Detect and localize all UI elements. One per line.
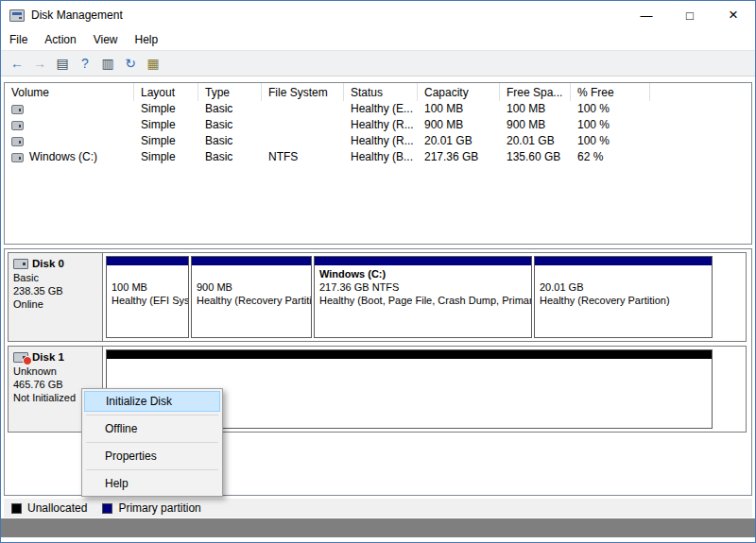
- partition-status: Healthy (EFI System Partition): [112, 294, 188, 307]
- partition-block[interactable]: 20.01 GB Healthy (Recovery Partition): [534, 256, 713, 338]
- partition-title: [540, 267, 712, 280]
- cell-capacity: 100 MB: [418, 101, 500, 117]
- volume-row[interactable]: Simple Basic Healthy (E... 100 MB 100 MB…: [5, 101, 751, 117]
- cell-layout: Simple: [134, 101, 198, 117]
- partition-size: 900 MB: [197, 280, 311, 294]
- legend-bar: Unallocated Primary partition: [4, 499, 752, 518]
- partition-block-windows-c[interactable]: Windows (C:) 217.36 GB NTFS Healthy (Boo…: [314, 256, 532, 338]
- unallocated-legend-label: Unallocated: [27, 501, 87, 515]
- partition-color-band: [315, 257, 531, 265]
- cell-status: Healthy (E...: [344, 101, 418, 117]
- cell-type: Basic: [198, 149, 262, 165]
- maximize-button[interactable]: □: [668, 1, 712, 29]
- menu-action[interactable]: Action: [36, 30, 84, 49]
- context-menu: Initialize Disk Offline Properties Help: [81, 388, 223, 497]
- partition-size: 100 MB: [112, 280, 188, 294]
- context-menu-item-initialize-disk[interactable]: Initialize Disk: [84, 391, 220, 412]
- volume-icon: [11, 105, 24, 114]
- show-console-tree-icon[interactable]: ▤: [52, 54, 73, 73]
- disk-size: 238.35 GB: [13, 284, 97, 297]
- partition-color-band: [107, 257, 188, 265]
- disk-status: Online: [13, 297, 97, 311]
- cell-free-space: 100 MB: [500, 101, 571, 117]
- column-header-filler: [650, 83, 751, 101]
- cell-pct-free: 100 %: [571, 117, 650, 133]
- disk-type: Basic: [13, 271, 97, 284]
- partition-color-band: [192, 257, 311, 265]
- cell-file-system: [262, 133, 344, 149]
- disk-error-icon: [13, 352, 28, 363]
- cell-layout: Simple: [134, 117, 198, 133]
- partition-status: Healthy (Boot, Page File, Crash Dump, Pr…: [319, 294, 531, 307]
- cell-file-system: NTFS: [262, 149, 344, 165]
- partition-size: 20.01 GB: [540, 280, 712, 294]
- column-header-status[interactable]: Status: [344, 83, 418, 101]
- column-header-type[interactable]: Type: [198, 83, 262, 101]
- cell-layout: Simple: [134, 133, 198, 149]
- column-header-pct-free[interactable]: % Free: [571, 83, 650, 101]
- cell-type: Basic: [198, 101, 262, 117]
- disk-type: Unknown: [13, 365, 97, 378]
- disk0-row: Disk 0 Basic 238.35 GB Online 100 MB Hea…: [8, 252, 747, 342]
- disk-management-window: Disk Management — □ × File Action View H…: [0, 0, 756, 543]
- unallocated-color-band: [107, 350, 712, 359]
- primary-partition-legend-swatch: [102, 503, 112, 514]
- partition-status: Healthy (Recovery Partition): [540, 294, 712, 307]
- disk-name: Disk 0: [32, 257, 64, 270]
- menu-separator: [86, 415, 218, 416]
- cell-capacity: 217.36 GB: [418, 149, 500, 165]
- volume-row[interactable]: Windows (C:) Simple Basic NTFS Healthy (…: [5, 149, 751, 165]
- context-menu-item-offline[interactable]: Offline: [84, 418, 220, 439]
- partition-block[interactable]: 900 MB Healthy (Recovery Partition): [191, 256, 312, 338]
- show-action-pane-icon[interactable]: ▥: [97, 54, 118, 73]
- cell-file-system: [262, 117, 344, 133]
- volume-row[interactable]: Simple Basic Healthy (R... 900 MB 900 MB…: [5, 117, 751, 133]
- volume-icon: [11, 137, 24, 146]
- refresh-icon[interactable]: ↻: [120, 54, 141, 73]
- help-icon[interactable]: ?: [75, 54, 95, 73]
- menu-separator: [86, 442, 218, 443]
- menu-help[interactable]: Help: [127, 30, 167, 49]
- volume-list-header: Volume Layout Type File System Status Ca…: [5, 83, 751, 101]
- partition-title: [112, 267, 188, 280]
- forward-icon[interactable]: →: [29, 54, 50, 73]
- title-bar: Disk Management — □ ×: [1, 1, 755, 29]
- cell-capacity: 900 MB: [418, 117, 500, 133]
- column-header-volume[interactable]: Volume: [5, 83, 134, 101]
- window-title: Disk Management: [31, 8, 123, 22]
- column-header-free-space[interactable]: Free Spa...: [500, 83, 571, 101]
- partition-block[interactable]: 100 MB Healthy (EFI System Partition): [106, 256, 189, 338]
- cell-status: Healthy (R...: [344, 117, 418, 133]
- menu-file[interactable]: File: [1, 30, 36, 49]
- cell-free-space: 20.01 GB: [500, 133, 571, 149]
- disk0-header[interactable]: Disk 0 Basic 238.35 GB Online: [9, 253, 103, 341]
- menu-separator: [86, 469, 218, 470]
- window-controls: — □ ×: [625, 1, 755, 29]
- disk-properties-icon[interactable]: ▦: [143, 54, 163, 73]
- menu-view[interactable]: View: [85, 30, 127, 49]
- partition-color-band: [535, 257, 712, 265]
- context-menu-item-help[interactable]: Help: [84, 473, 220, 494]
- column-header-file-system[interactable]: File System: [262, 83, 344, 101]
- cell-file-system: [262, 101, 344, 117]
- disk-icon: [13, 259, 28, 269]
- volume-row[interactable]: Simple Basic Healthy (R... 20.01 GB 20.0…: [5, 133, 751, 149]
- volume-icon: [11, 121, 24, 130]
- cell-pct-free: 100 %: [571, 133, 650, 149]
- cell-status: Healthy (B...: [344, 149, 418, 165]
- cell-free-space: 135.60 GB: [500, 149, 571, 165]
- menu-bar: File Action View Help: [1, 29, 755, 50]
- toolbar: ← → ▤ ? ▥ ↻ ▦: [1, 50, 755, 76]
- unallocated-legend-swatch: [11, 503, 22, 514]
- cell-type: Basic: [198, 133, 262, 149]
- context-menu-item-properties[interactable]: Properties: [84, 446, 220, 467]
- column-header-capacity[interactable]: Capacity: [418, 83, 500, 101]
- column-header-layout[interactable]: Layout: [134, 83, 198, 101]
- close-button[interactable]: ×: [712, 1, 755, 29]
- minimize-button[interactable]: —: [625, 1, 668, 29]
- app-icon: [9, 9, 25, 22]
- status-strip: [1, 518, 755, 537]
- back-icon[interactable]: ←: [7, 54, 27, 73]
- volume-name: Windows (C:): [29, 149, 97, 165]
- partition-status: Healthy (Recovery Partition): [197, 294, 311, 307]
